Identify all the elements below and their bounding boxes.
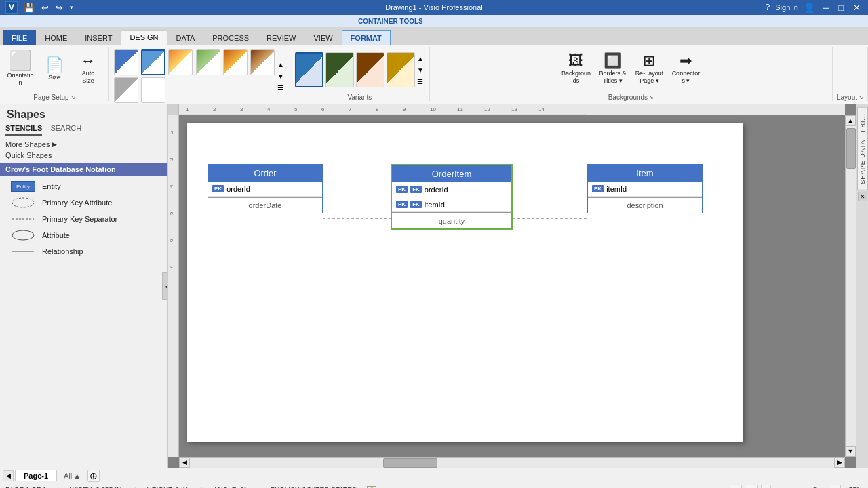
item-description-attr: description <box>588 198 702 213</box>
variants-more[interactable]: ☰ <box>416 77 425 87</box>
shapes-tab-stencils[interactable]: STENCILS <box>5 122 42 136</box>
tab-insert[interactable]: INSERT <box>76 30 121 45</box>
zoom-in-button[interactable]: + <box>831 485 841 489</box>
variant-swatch-3[interactable] <box>356 52 384 87</box>
drawing-canvas[interactable]: Order PK orderId orderDate OrderItem PK … <box>187 123 743 442</box>
entity-item[interactable]: Item PK itemId description <box>587 164 703 214</box>
collapse-panel-button[interactable]: ◀ <box>162 272 168 300</box>
page-tab-all[interactable]: All ▲ <box>58 470 86 481</box>
tab-view[interactable]: VIEW <box>304 30 341 45</box>
orientation-button[interactable]: ⬜ Orientation <box>4 49 37 89</box>
variant-swatch-1[interactable] <box>295 52 323 87</box>
undo-button[interactable]: ↩ <box>39 2 51 14</box>
page-tab-page1[interactable]: Page-1 <box>15 470 57 481</box>
zoom-out-button[interactable]: − <box>761 485 771 489</box>
stencil-item-pk-attribute[interactable]: Primary Key Attribute <box>8 195 159 211</box>
layout-expand[interactable]: ↘ <box>859 94 863 100</box>
scroll-left[interactable]: ◀ <box>179 457 190 468</box>
page-setup-expand[interactable]: ↘ <box>71 94 75 100</box>
relationship-label: Relationship <box>42 247 83 256</box>
status-notification[interactable]: 🔔 <box>367 486 376 489</box>
page-nav-back[interactable]: ◀ <box>3 470 14 481</box>
pk-separator-shape-preview <box>9 214 37 224</box>
orderitem-fk1: FK <box>410 186 422 193</box>
theme-swatch-2[interactable] <box>141 49 165 75</box>
theme-swatch-6[interactable] <box>250 49 275 75</box>
order-pk-row: PK orderId <box>208 182 322 197</box>
help-button[interactable]: ? <box>766 3 770 12</box>
auto-size-button[interactable]: ↔ AutoSize <box>72 49 104 89</box>
theme-swatch-1[interactable] <box>114 49 138 75</box>
backgrounds-button[interactable]: 🖼 Backgrounds <box>558 49 593 89</box>
svg-text:7: 7 <box>168 266 174 269</box>
variant-swatch-2[interactable] <box>326 52 354 87</box>
add-page-button[interactable]: ⊕ <box>87 470 100 482</box>
stencil-item-attribute[interactable]: Attribute <box>8 227 159 243</box>
orderitem-quantity-attr: quantity <box>392 214 511 228</box>
fit-width-button[interactable]: ↔ <box>745 485 758 489</box>
sign-in[interactable]: Sign in <box>775 3 798 12</box>
shapes-tab-search[interactable]: SEARCH <box>50 122 81 136</box>
ribbon-content: ⬜ Orientation 📄 Size ↔ AutoSize Page Set… <box>0 45 868 104</box>
theme-swatch-4[interactable] <box>196 49 220 75</box>
stencil-header[interactable]: Crow's Foot Database Notation <box>0 163 167 176</box>
tab-home[interactable]: HOME <box>36 30 76 45</box>
svg-text:2: 2 <box>168 130 174 134</box>
scroll-down[interactable]: ▼ <box>845 446 856 457</box>
tab-design[interactable]: DESIGN <box>121 30 167 45</box>
backgrounds-expand[interactable]: ↘ <box>649 94 654 100</box>
hscroll-thumb[interactable] <box>383 458 437 468</box>
more-shapes-link[interactable]: More Shapes ▶ <box>5 139 162 150</box>
theme-swatch-3[interactable] <box>168 49 193 75</box>
canvas-outer: 123 456 789 101112 1314 2 3 4 5 6 <box>168 104 856 468</box>
vscroll-thumb[interactable] <box>846 128 856 169</box>
svg-text:1: 1 <box>186 106 189 113</box>
connectors-button[interactable]: ➡ Connectors ▾ <box>668 49 703 89</box>
relayout-page-button[interactable]: ⊞ Re-Layout Page ▾ <box>631 49 667 89</box>
layout-label: Layout ↘ <box>837 92 863 101</box>
themes-scroll-down[interactable]: ▼ <box>276 71 285 81</box>
tab-data[interactable]: DATA <box>167 30 204 45</box>
scroll-up[interactable]: ▲ <box>845 115 856 126</box>
variants-scroll-down[interactable]: ▼ <box>416 65 425 75</box>
svg-text:7: 7 <box>349 106 352 113</box>
backgrounds-group-label: Backgrounds ↘ <box>434 92 828 101</box>
variants-scroll-up[interactable]: ▲ <box>416 54 425 64</box>
borders-titles-button[interactable]: 🔲 Borders & Titles ▾ <box>595 49 630 89</box>
vscroll-track[interactable] <box>845 126 856 446</box>
tab-process[interactable]: PROCESS <box>203 30 258 45</box>
redo-button[interactable]: ↪ <box>54 2 65 14</box>
orientation-label: Orientation <box>6 72 35 87</box>
themes-more[interactable]: ☰ <box>276 83 285 93</box>
close-button[interactable]: ✕ <box>851 2 863 14</box>
svg-text:9: 9 <box>403 106 406 113</box>
themes-scroll-up[interactable]: ▲ <box>276 60 285 70</box>
backgrounds-label: Backgrounds <box>560 70 591 85</box>
entity-order[interactable]: Order PK orderId orderDate <box>208 164 323 214</box>
theme-swatch-8[interactable] <box>141 77 165 103</box>
stencil-item-entity[interactable]: Entity Entity <box>8 178 159 195</box>
stencil-item-pk-separator[interactable]: Primary Key Separator <box>8 211 159 227</box>
quick-shapes-link[interactable]: Quick Shapes <box>5 150 162 161</box>
shapes-panel: Shapes STENCILS SEARCH More Shapes ▶ Qui… <box>0 104 168 468</box>
tab-file[interactable]: FILE <box>3 30 36 45</box>
entity-orderitem[interactable]: OrderItem PK FK orderId PK FK itemId qua… <box>391 164 513 230</box>
stencil-item-relationship[interactable]: Relationship <box>8 243 159 260</box>
close-right-panel[interactable]: ✕ <box>858 192 867 201</box>
variant-swatch-4[interactable] <box>387 52 415 87</box>
theme-swatch-5[interactable] <box>223 49 248 75</box>
tab-review[interactable]: REVIEW <box>258 30 304 45</box>
scroll-right[interactable]: ▶ <box>834 457 845 468</box>
hscroll-track[interactable] <box>190 457 834 468</box>
fit-page-button[interactable]: ⊡ <box>730 485 742 489</box>
tab-format[interactable]: FORMAT <box>342 30 391 45</box>
shape-data-tab[interactable]: SHAPE DATA - PRI... <box>857 107 868 190</box>
theme-swatch-7[interactable] <box>114 77 138 103</box>
save-button[interactable]: 💾 <box>22 2 37 14</box>
size-button[interactable]: 📄 Size <box>38 49 71 89</box>
minimize-button[interactable]: ─ <box>821 2 831 14</box>
user-icon[interactable]: 👤 <box>804 2 815 13</box>
qat-customize[interactable]: ▾ <box>68 3 75 12</box>
maximize-button[interactable]: □ <box>836 2 846 14</box>
backgrounds-content: 🖼 Backgrounds 🔲 Borders & Titles ▾ ⊞ Re-… <box>558 47 703 92</box>
